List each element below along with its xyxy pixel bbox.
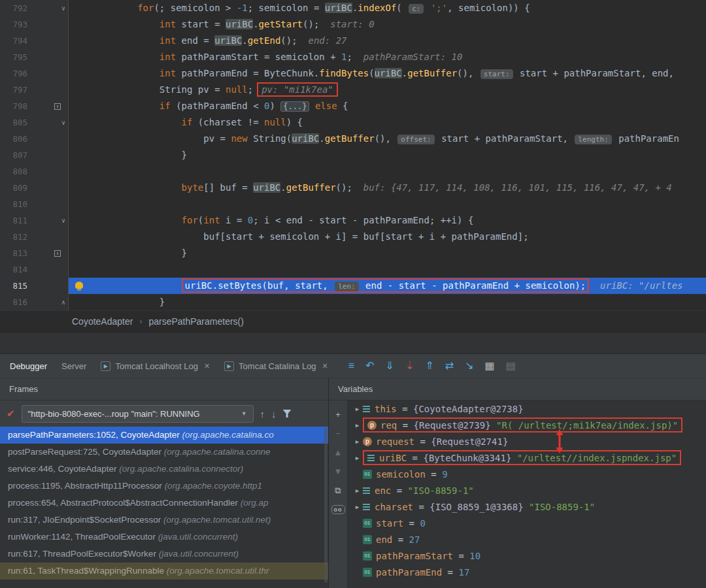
frame-row[interactable]: run:317, JIoEndpoint$SocketProcessor (or… [0, 512, 328, 529]
variable-row[interactable]: ▶uriBC = {ByteChunk@3341} "/urltest//ind… [348, 449, 706, 466]
layout-settings-icon[interactable]: ▤ [506, 361, 516, 371]
fold-expanded-icon[interactable]: ∨ [61, 5, 65, 12]
expand-arrow-icon[interactable]: ▶ [352, 438, 363, 445]
code-line-813[interactable]: 813∧} [0, 245, 706, 261]
move-up-icon[interactable]: ▲ [334, 448, 343, 457]
show-execution-point-icon[interactable]: ↶ [365, 361, 374, 371]
code-token: ; [346, 52, 352, 62]
frame-row[interactable]: run:61, TaskThread$WrappingRunnable (org… [0, 563, 328, 580]
folded-block[interactable]: {...} [280, 101, 309, 112]
frame-up-icon[interactable]: ↑ [260, 408, 265, 419]
variable-row[interactable]: 01end = 27 [348, 531, 706, 547]
variable-row[interactable]: 01semicolon = 9 [348, 466, 706, 482]
remove-watch-icon[interactable]: − [335, 429, 341, 438]
run-to-cursor-icon[interactable]: ↘ [465, 361, 473, 371]
frame-row[interactable]: service:446, CoyoteAdapter (org.apache.c… [0, 461, 328, 478]
variable-object-ref: {Request@2739} [414, 420, 496, 431]
fold-expanded-icon[interactable]: ∨ [61, 218, 65, 224]
menu-icon[interactable]: ≡ [348, 361, 354, 371]
tab-server[interactable]: Server [54, 354, 93, 378]
frames-scrollbar[interactable] [324, 428, 328, 583]
fold-expanded-icon[interactable]: ∨ [61, 120, 65, 126]
breadcrumb-method[interactable]: parsePathParameters() [148, 316, 244, 327]
step-out-icon[interactable]: ⇑ [425, 361, 433, 371]
frame-down-icon[interactable]: ↓ [271, 408, 277, 419]
code-line-792[interactable]: 792∨for(; semicolon > -1; semicolon = ur… [0, 0, 706, 16]
code-line-798[interactable]: 798∨if (pathParamEnd < 0) {...} else { [0, 98, 706, 114]
tab-tomcat-catalina-log[interactable]: ▶Tomcat Catalina Log✕ [217, 354, 335, 378]
code-line-814[interactable]: 814 [0, 261, 706, 278]
variable-row[interactable]: ▶prequest = {Request@2741} [348, 433, 706, 449]
line-number: 797 [0, 82, 33, 98]
breakpoints-grid-icon[interactable]: ▦ [485, 361, 495, 371]
variable-row[interactable]: ▶preq = {Request@2739} "R( /urltest/;mi1… [348, 417, 706, 433]
variable-row[interactable]: 01pathParamEnd = 17 [348, 564, 706, 580]
code-line-795[interactable]: 795int pathParamStart = semicolon + 1; p… [0, 49, 706, 65]
thread-dropdown[interactable]: "http-bio-8080-exec-...roup "main": RUNN… [22, 405, 254, 423]
drop-frame-icon[interactable]: ⇄ [445, 361, 454, 371]
expand-arrow-icon[interactable]: ▶ [352, 504, 363, 510]
code-line-796[interactable]: 796int pathParamEnd = ByteChunk.findByte… [0, 65, 706, 82]
tab-tomcat-localhost-log[interactable]: ▶Tomcat Localhost Log✕ [93, 354, 217, 378]
expand-arrow-icon[interactable]: ▶ [352, 487, 363, 494]
code-line-807[interactable]: 807} [0, 147, 706, 163]
fold-end-icon[interactable]: ∧ [61, 299, 65, 306]
expand-arrow-icon[interactable]: ▶ [352, 455, 363, 461]
frame-row[interactable]: process:654, AbstractProtocol$AbstractCo… [0, 495, 328, 512]
thread-dropdown-label: "http-bio-8080-exec-...roup "main": RUNN… [28, 409, 200, 419]
code-content: for(int i = 0; i < end - start - pathPar… [69, 212, 706, 229]
force-step-into-icon[interactable]: ⇣ [405, 361, 414, 371]
splitter-strip[interactable] [0, 332, 706, 353]
code-token: String( [248, 133, 292, 144]
frame-row[interactable]: run:617, ThreadPoolExecutor$Worker (java… [0, 546, 328, 563]
duplicate-icon[interactable]: ⧉ [335, 485, 341, 496]
close-icon[interactable]: ✕ [322, 362, 328, 370]
step-over-icon[interactable]: ⇓ [386, 361, 394, 371]
code-line-809[interactable]: 809byte[] buf = uriBC.getBuffer(); buf: … [0, 180, 706, 196]
code-content: for(; semicolon > -1; semicolon = uriBC.… [69, 0, 706, 16]
intention-bulb-icon[interactable] [75, 282, 83, 289]
tab-debugger[interactable]: Debugger [3, 354, 54, 378]
primitive-icon: 01 [363, 519, 372, 528]
frame-row[interactable]: parsePathParameters:1052, CoyoteAdapter … [0, 427, 328, 444]
code-token: (), [375, 133, 397, 144]
code-editor[interactable]: 792∨for(; semicolon > -1; semicolon = ur… [0, 0, 706, 310]
variable-row[interactable]: ▶this = {CoyoteAdapter@2738} [348, 400, 706, 417]
fold-gutter: ∨ [33, 98, 69, 114]
code-line-808[interactable]: 808 [0, 163, 706, 180]
expand-arrow-icon[interactable]: ▶ [352, 406, 363, 412]
code-token: { [337, 101, 348, 111]
close-icon[interactable]: ✕ [204, 362, 210, 370]
code-line-812[interactable]: 812buf[start + semicolon + i] = buf[star… [0, 229, 706, 245]
expand-arrow-icon[interactable]: ▶ [352, 422, 363, 429]
variable-row[interactable]: 01start = 0 [348, 515, 706, 531]
variable-row[interactable]: 01pathParamStart = 10 [348, 547, 706, 564]
code-line-794[interactable]: 794int end = uriBC.getEnd(); end: 27 [0, 33, 706, 49]
fold-collapsed-end-icon[interactable]: ∧ [54, 250, 61, 257]
fold-collapsed-icon[interactable]: ∨ [54, 103, 61, 110]
frame-row[interactable]: runWorker:1142, ThreadPoolExecutor (java… [0, 529, 328, 546]
variable-row[interactable]: ▶enc = "ISO-8859-1" [348, 482, 706, 498]
frame-method: run:317, JIoEndpoint$SocketProcessor [8, 515, 163, 525]
variable-name: start [376, 518, 403, 529]
add-watch-icon[interactable]: + [335, 410, 341, 419]
code-line-806[interactable]: 806pv = new String(uriBC.getBuffer(), of… [0, 131, 706, 147]
fold-gutter [33, 82, 69, 98]
code-line-793[interactable]: 793int start = uriBC.getStart(); start: … [0, 16, 706, 33]
frame-row[interactable]: postParseRequest:725, CoyoteAdapter (org… [0, 444, 328, 461]
code-token: int [203, 215, 220, 225]
code-line-816[interactable]: 816∧} [0, 294, 706, 310]
code-token: getBuffer [325, 133, 375, 144]
move-down-icon[interactable]: ▼ [334, 466, 343, 476]
frame-row[interactable]: process:1195, AbstractHttp11Processor (o… [0, 478, 328, 495]
hide-frames-filter-icon[interactable] [283, 410, 292, 417]
code-line-805[interactable]: 805∨if (charset != null) { [0, 114, 706, 131]
show-watches-icon[interactable]: oo [331, 505, 345, 514]
code-line-815[interactable]: 815uriBC.setBytes(buf, start, len: end -… [0, 278, 706, 294]
variable-row[interactable]: ▶charset = {ISO_8859_1@3368} "ISO-8859-1… [348, 498, 706, 515]
code-line-811[interactable]: 811∨for(int i = 0; i < end - start - pat… [0, 212, 706, 229]
code-line-810[interactable]: 810 [0, 196, 706, 212]
code-token: . [242, 35, 247, 46]
code-line-797[interactable]: 797String pv = null;pv: "mi1k7ea" [0, 82, 706, 98]
breadcrumb-class[interactable]: CoyoteAdapter [72, 316, 133, 327]
